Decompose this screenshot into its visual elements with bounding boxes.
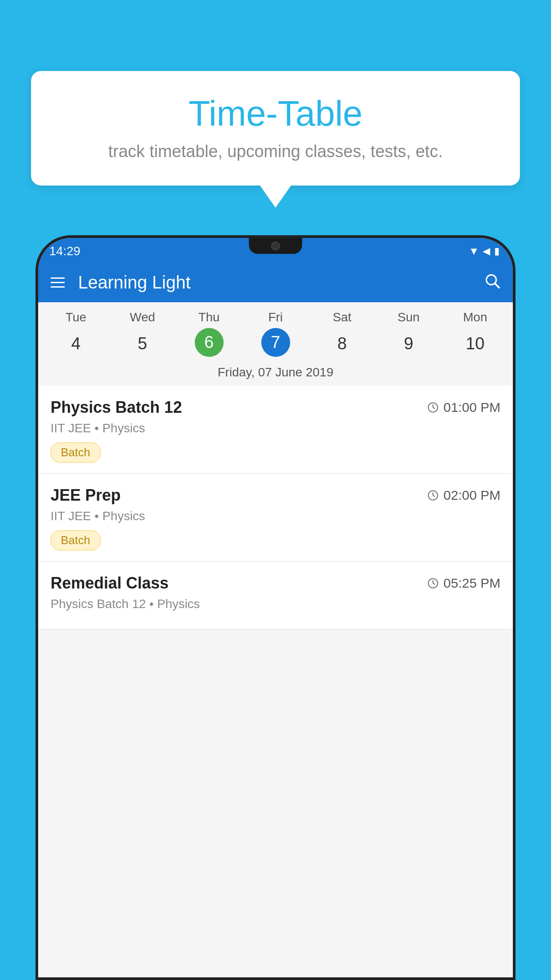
schedule-item-title: Remedial Class xyxy=(51,574,169,593)
phone-screen: 14:29 ▼ ◀ ▮ Learning Light xyxy=(38,238,513,977)
day-name-fri: Fri xyxy=(242,310,309,324)
clock-icon xyxy=(427,489,439,502)
batch-tag: Batch xyxy=(51,530,101,550)
day-number-8[interactable]: 8 xyxy=(309,328,375,359)
schedule-item-header: JEE Prep 02:00 PM xyxy=(51,486,500,505)
schedule-list: Physics Batch 12 01:00 PMIIT JEE • Physi… xyxy=(38,386,513,629)
power-button xyxy=(513,313,516,349)
feature-subtitle: track timetable, upcoming classes, tests… xyxy=(58,142,493,161)
speech-bubble-card: Time-Table track timetable, upcoming cla… xyxy=(31,71,520,186)
signal-icon: ◀ xyxy=(483,245,491,257)
day-number-6[interactable]: 6 xyxy=(176,328,242,359)
battery-icon: ▮ xyxy=(494,245,500,257)
status-icons: ▼ ◀ ▮ xyxy=(468,245,500,257)
day-number-5[interactable]: 5 xyxy=(109,328,176,359)
intro-section: Time-Table track timetable, upcoming cla… xyxy=(31,71,520,208)
schedule-item[interactable]: Physics Batch 12 01:00 PMIIT JEE • Physi… xyxy=(38,386,513,474)
day-name-thu: Thu xyxy=(176,310,242,324)
schedule-item-time: 02:00 PM xyxy=(427,488,500,503)
schedule-item-time: 05:25 PM xyxy=(427,576,500,591)
search-icon[interactable] xyxy=(484,272,500,293)
day-name-wed: Wed xyxy=(109,310,176,324)
svg-line-1 xyxy=(495,284,499,288)
feature-title: Time-Table xyxy=(58,93,493,134)
schedule-item-sub: IIT JEE • Physics xyxy=(51,509,500,523)
day-name-mon: Mon xyxy=(442,310,508,324)
clock-icon xyxy=(427,577,439,589)
wifi-icon: ▼ xyxy=(468,245,479,257)
schedule-item-time: 01:00 PM xyxy=(427,400,500,415)
menu-button[interactable] xyxy=(51,277,65,288)
day-name-sun: Sun xyxy=(375,310,442,324)
calendar-week: TueWedThuFriSatSunMon 45678910 Friday, 0… xyxy=(38,302,513,386)
app-bar: Learning Light xyxy=(38,262,513,302)
day-names-row: TueWedThuFriSatSunMon xyxy=(38,310,513,324)
status-time: 14:29 xyxy=(49,244,80,258)
day-numbers-row: 45678910 xyxy=(38,328,513,359)
schedule-item[interactable]: Remedial Class 05:25 PMPhysics Batch 12 … xyxy=(38,561,513,629)
schedule-item-header: Physics Batch 12 01:00 PM xyxy=(51,398,500,417)
front-camera xyxy=(271,241,280,250)
day-number-10[interactable]: 10 xyxy=(442,328,508,359)
day-name-tue: Tue xyxy=(43,310,109,324)
schedule-item-header: Remedial Class 05:25 PM xyxy=(51,574,500,593)
day-name-sat: Sat xyxy=(309,310,375,324)
speech-bubble-arrow xyxy=(260,186,291,208)
clock-icon xyxy=(427,401,439,414)
schedule-item[interactable]: JEE Prep 02:00 PMIIT JEE • PhysicsBatch xyxy=(38,474,513,561)
batch-tag: Batch xyxy=(51,443,101,462)
schedule-item-sub: Physics Batch 12 • Physics xyxy=(51,597,500,611)
day-number-4[interactable]: 4 xyxy=(43,328,109,359)
phone-frame: 14:29 ▼ ◀ ▮ Learning Light xyxy=(35,235,516,980)
schedule-item-title: JEE Prep xyxy=(51,486,121,505)
day-number-9[interactable]: 9 xyxy=(375,328,442,359)
schedule-item-title: Physics Batch 12 xyxy=(51,398,182,417)
notch xyxy=(249,238,302,254)
day-number-7[interactable]: 7 xyxy=(242,328,309,359)
app-title: Learning Light xyxy=(78,273,484,292)
schedule-item-sub: IIT JEE • Physics xyxy=(51,421,500,435)
selected-date-label: Friday, 07 June 2019 xyxy=(38,365,513,386)
